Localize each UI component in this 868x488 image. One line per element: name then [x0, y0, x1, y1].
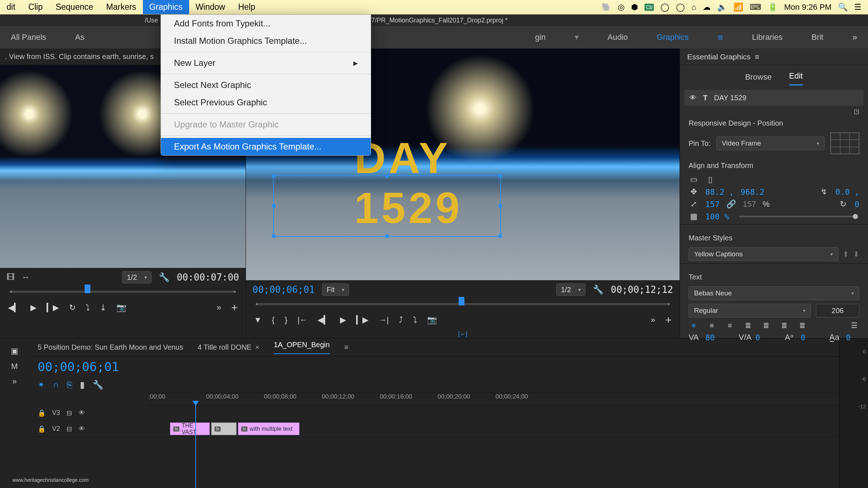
tl-settings-icon[interactable]: 🔧: [93, 380, 103, 390]
link-icon[interactable]: 🔗: [726, 199, 736, 209]
tl-snap-icon[interactable]: ∩: [53, 380, 59, 390]
src-loop-icon[interactable]: ↻: [69, 303, 76, 312]
ws-overflow-icon[interactable]: »: [852, 32, 857, 42]
src-overwrite-icon[interactable]: ⤓: [100, 303, 106, 312]
ess-tab-browse[interactable]: Browse: [745, 72, 771, 85]
prg-play-icon[interactable]: ▶: [340, 315, 346, 325]
eye-icon[interactable]: 👁: [689, 94, 697, 102]
menu-extra-icon[interactable]: ☰: [854, 3, 861, 12]
timeline-ruler[interactable]: ;00;0000;00;04;0000;00;08;0000;00;12;000…: [148, 393, 839, 405]
ws-graphics[interactable]: Graphics: [657, 33, 689, 42]
timeline-playhead[interactable]: [195, 405, 196, 488]
baseline-val[interactable]: 0: [801, 333, 805, 342]
leading-val[interactable]: 0: [846, 333, 851, 342]
circle1-icon[interactable]: ◯: [660, 3, 669, 12]
pin-dropdown[interactable]: Video Frame: [716, 136, 825, 150]
seq-tab-2[interactable]: 1A_OPEN_Begin: [274, 341, 330, 354]
source-scrubber[interactable]: [11, 287, 235, 297]
ws-audio[interactable]: Audio: [608, 33, 628, 42]
prg-lift-icon[interactable]: ⤴: [399, 315, 403, 325]
src-export-frame-icon[interactable]: 📷: [116, 303, 126, 312]
source-timecode[interactable]: 00:00:07:00: [177, 272, 239, 283]
lock-icon-v2[interactable]: 🔒: [38, 425, 46, 433]
menu-help[interactable]: Help: [231, 0, 261, 14]
rotate-val[interactable]: 0: [855, 200, 859, 209]
source-zoom-dropdown[interactable]: 1/2: [122, 271, 152, 283]
scale-a[interactable]: 157: [705, 200, 720, 209]
push-style-icon[interactable]: ⬆: [843, 250, 849, 258]
seq-tab-menu-icon[interactable]: ≡: [344, 343, 349, 352]
font-size-input[interactable]: 206: [816, 304, 859, 317]
src-insert-icon[interactable]: ⤵: [86, 303, 90, 312]
prg-out-icon[interactable]: }: [285, 315, 287, 325]
ws-options-icon[interactable]: ≡: [718, 32, 723, 43]
opacity-icon[interactable]: ▦: [689, 212, 699, 221]
home-icon[interactable]: ⌂: [692, 3, 696, 12]
prg-step-back-icon[interactable]: ◀▎: [318, 315, 330, 325]
spotlight-icon[interactable]: 🔍: [838, 3, 848, 12]
track-v3-lane[interactable]: [148, 405, 839, 421]
ws-all-panels[interactable]: All Panels: [11, 33, 46, 42]
font-dropdown[interactable]: Bebas Neue: [689, 286, 859, 300]
cloud-icon[interactable]: ☁: [703, 3, 711, 12]
seq-tab-0[interactable]: 5 Position Demo: Sun Earth Moon and Venu…: [38, 343, 183, 352]
dropbox-icon[interactable]: ⬢: [631, 3, 638, 12]
prg-overflow-icon[interactable]: »: [651, 315, 655, 325]
track-v2-toggle-icon[interactable]: ⊟: [67, 425, 72, 433]
pos-y[interactable]: 968.2: [740, 188, 764, 197]
clock[interactable]: Mon 9:26 PM: [784, 3, 831, 12]
source-settings-icon[interactable]: 🎞: [7, 273, 14, 282]
align-center-icon[interactable]: ≡: [707, 321, 717, 330]
program-zoom-dropdown[interactable]: 1/2: [556, 283, 586, 296]
mi-add-fonts[interactable]: Add Fonts from Typekit...: [161, 15, 371, 32]
source-wrench-icon[interactable]: 🔧: [159, 272, 170, 282]
pull-style-icon[interactable]: ⬇: [853, 250, 859, 258]
opacity-val[interactable]: 100 %: [705, 212, 729, 221]
ess-menu-icon[interactable]: ≡: [755, 52, 759, 61]
prg-snapshot-icon[interactable]: 📷: [427, 315, 437, 325]
track-v3-toggle-icon[interactable]: ⊟: [67, 409, 72, 417]
justify-r-icon[interactable]: ≣: [779, 321, 789, 330]
graphic-selection-box[interactable]: [273, 175, 501, 237]
src-mark-in-icon[interactable]: ◀▎: [8, 303, 20, 312]
prg-add-button-icon[interactable]: +: [665, 314, 672, 326]
justify-l-icon[interactable]: ≣: [743, 321, 753, 330]
prg-in-icon[interactable]: {: [272, 315, 275, 325]
menu-dit[interactable]: dit: [0, 0, 22, 14]
ws-libraries[interactable]: Libraries: [752, 33, 782, 42]
pos-x[interactable]: 88.2 ,: [705, 188, 734, 197]
prg-go-out-icon[interactable]: →|: [379, 315, 389, 325]
mi-export-mogrt[interactable]: Export As Motion Graphics Template...: [161, 138, 371, 155]
evernote-icon[interactable]: 🐘: [601, 3, 611, 12]
track-v3-eye-icon[interactable]: 👁: [78, 409, 85, 417]
src-play-icon[interactable]: ▶: [30, 303, 37, 312]
cb-icon[interactable]: Cb: [644, 4, 654, 11]
volume-icon[interactable]: 🔈: [717, 3, 727, 12]
wifi-icon[interactable]: 📶: [733, 3, 743, 12]
keyboard-icon[interactable]: ⌨: [750, 3, 761, 12]
clip-mid[interactable]: fx: [211, 422, 237, 435]
scale-icon[interactable]: ⤢: [689, 199, 699, 209]
clip-vast[interactable]: fxTHE VAST: [170, 422, 210, 435]
new-layer-icon[interactable]: ◳: [854, 108, 859, 115]
kerning-val[interactable]: 80: [705, 333, 715, 342]
menu-clip[interactable]: Clip: [22, 0, 49, 14]
anchor-icon[interactable]: ↯: [819, 187, 829, 197]
menu-graphics[interactable]: Graphics: [143, 0, 189, 14]
mi-select-prev[interactable]: Select Previous Graphic: [161, 94, 371, 111]
program-wrench-icon[interactable]: 🔧: [593, 285, 604, 295]
master-style-dropdown[interactable]: Yellow Captions: [689, 247, 838, 261]
program-tc-left[interactable]: 00;00;06;01: [252, 284, 315, 295]
anchor-val[interactable]: 0.0 ,: [835, 188, 859, 197]
circle2-icon[interactable]: ◯: [676, 3, 685, 12]
align-vcenter-icon[interactable]: ▯: [705, 175, 715, 184]
track-v2-eye-icon[interactable]: 👁: [78, 425, 85, 433]
prg-step-fwd-icon[interactable]: ▎▶: [356, 315, 369, 325]
align-left-icon[interactable]: ≡: [689, 321, 699, 330]
menu-sequence[interactable]: Sequence: [49, 0, 100, 14]
source-comp-icon[interactable]: ↔: [22, 273, 30, 282]
ess-layer-row[interactable]: 👁 T DAY 1529: [684, 90, 864, 106]
program-fit-dropdown[interactable]: Fit: [322, 283, 349, 296]
font-weight-dropdown[interactable]: Regular: [689, 304, 811, 317]
tl-marker-icon[interactable]: M: [11, 362, 18, 371]
